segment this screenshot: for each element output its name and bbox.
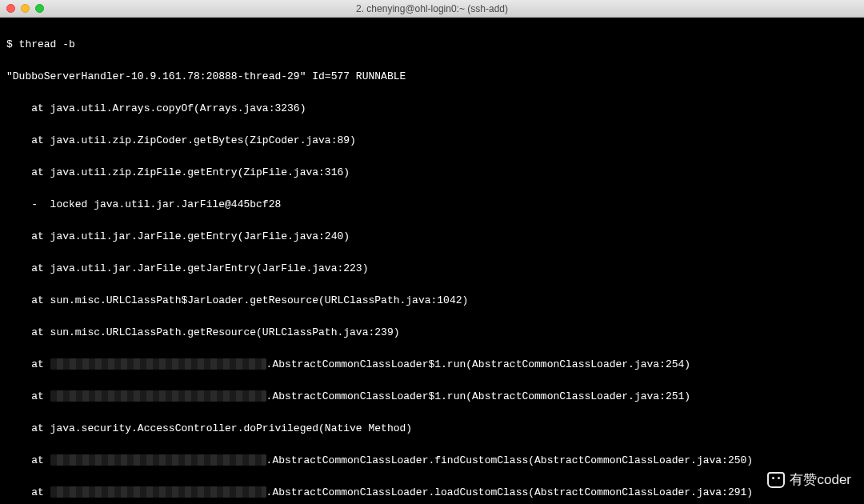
prompt-line: $ thread -b	[6, 37, 864, 53]
thread-header: "DubboServerHandler-10.9.161.78:20888-th…	[6, 69, 864, 85]
stack-line-redacted: at .AbstractCommonClassLoader.findCustom…	[6, 453, 864, 469]
close-icon[interactable]	[6, 4, 15, 13]
stack-line-redacted: at .AbstractCommonClassLoader$1.run(Abst…	[6, 389, 864, 405]
stack-line: at sun.misc.URLClassPath$JarLoader.getRe…	[6, 293, 864, 309]
redacted-segment	[50, 454, 266, 466]
stack-line: at java.util.Arrays.copyOf(Arrays.java:3…	[6, 101, 864, 117]
minimize-icon[interactable]	[21, 4, 30, 13]
maximize-icon[interactable]	[35, 4, 44, 13]
window-title: 2. chenying@ohl-login0:~ (ssh-add)	[0, 3, 864, 14]
watermark: 有赞coder	[767, 472, 851, 488]
stack-line: - locked java.util.jar.JarFile@445bcf28	[6, 197, 864, 213]
stack-line: at java.util.jar.JarFile.getEntry(JarFil…	[6, 229, 864, 245]
terminal-output[interactable]: $ thread -b "DubboServerHandler-10.9.161…	[0, 18, 864, 504]
stack-line: at java.security.AccessController.doPriv…	[6, 421, 864, 437]
stack-line: at java.util.jar.JarFile.getJarEntry(Jar…	[6, 261, 864, 277]
traffic-lights	[6, 4, 44, 13]
redacted-segment	[50, 486, 266, 498]
stack-line: at java.util.zip.ZipCoder.getBytes(ZipCo…	[6, 133, 864, 149]
stack-line: at sun.misc.URLClassPath.getResource(URL…	[6, 325, 864, 341]
stack-line: at java.util.zip.ZipFile.getEntry(ZipFil…	[6, 165, 864, 181]
stack-line-redacted: at .AbstractCommonClassLoader.loadCustom…	[6, 485, 864, 501]
stack-line-redacted: at .AbstractCommonClassLoader$1.run(Abst…	[6, 357, 864, 373]
redacted-segment	[50, 390, 266, 402]
redacted-segment	[50, 358, 266, 370]
window-title-bar: 2. chenying@ohl-login0:~ (ssh-add)	[0, 0, 864, 18]
wechat-icon	[767, 472, 785, 488]
watermark-text: 有赞coder	[790, 472, 851, 488]
